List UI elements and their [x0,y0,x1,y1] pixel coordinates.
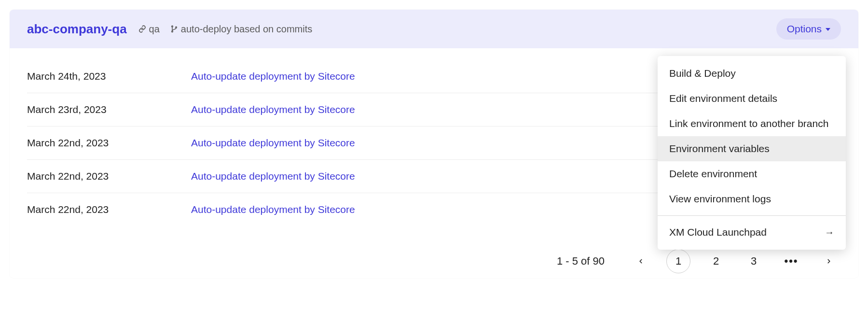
deployment-link[interactable]: Auto-update deployment by Sitecore [191,204,355,215]
branch-tag: qa [138,24,160,35]
dropdown-item-edit-details[interactable]: Edit environment details [658,86,846,111]
chevron-left-icon [637,258,644,265]
environment-panel: abc-company-qa qa auto-deploy based on c… [10,10,858,278]
link-icon [138,25,146,33]
page-number-button[interactable]: 3 [742,249,766,273]
environment-name: abc-company-qa [27,22,127,37]
page-next-button[interactable] [817,249,841,273]
chevron-down-icon [826,28,830,31]
panel-header: abc-company-qa qa auto-deploy based on c… [10,10,858,48]
options-button[interactable]: Options [776,18,841,40]
dropdown-item-build-deploy[interactable]: Build & Deploy [658,61,846,86]
dropdown-item-delete-env[interactable]: Delete environment [658,161,846,186]
deployment-date: March 23rd, 2023 [27,104,191,115]
dropdown-separator [658,215,846,216]
deployment-date: March 22nd, 2023 [27,204,191,215]
header-meta: qa auto-deploy based on commits [138,24,313,35]
git-branch-icon [170,25,178,33]
deployment-link[interactable]: Auto-update deployment by Sitecore [191,170,355,182]
options-button-label: Options [787,23,822,35]
deployment-link[interactable]: Auto-update deployment by Sitecore [191,137,355,149]
dropdown-item-link-branch[interactable]: Link environment to another branch [658,111,846,136]
page-number-button[interactable]: 2 [704,249,728,273]
arrow-right-icon: → [825,227,834,238]
deploy-mode-label: auto-deploy based on commits [181,24,312,35]
chevron-right-icon [826,258,832,265]
page-range: 1 - 5 of 90 [557,255,605,268]
deployment-date: March 24th, 2023 [27,71,191,82]
dropdown-item-launchpad[interactable]: XM Cloud Launchpad → [658,220,846,245]
page-number-button[interactable]: 1 [666,249,690,273]
page-prev-button[interactable] [629,249,653,273]
deployment-link[interactable]: Auto-update deployment by Sitecore [191,104,355,115]
page-ellipsis[interactable]: ••• [779,249,803,273]
deployment-link[interactable]: Auto-update deployment by Sitecore [191,71,355,82]
options-dropdown: Build & Deploy Edit environment details … [658,56,846,250]
deployment-date: March 22nd, 2023 [27,137,191,149]
dropdown-item-env-variables[interactable]: Environment variables [658,136,846,161]
dropdown-item-view-logs[interactable]: View environment logs [658,186,846,212]
deploy-mode-tag: auto-deploy based on commits [170,24,312,35]
branch-label: qa [149,24,160,35]
deployment-date: March 22nd, 2023 [27,170,191,182]
